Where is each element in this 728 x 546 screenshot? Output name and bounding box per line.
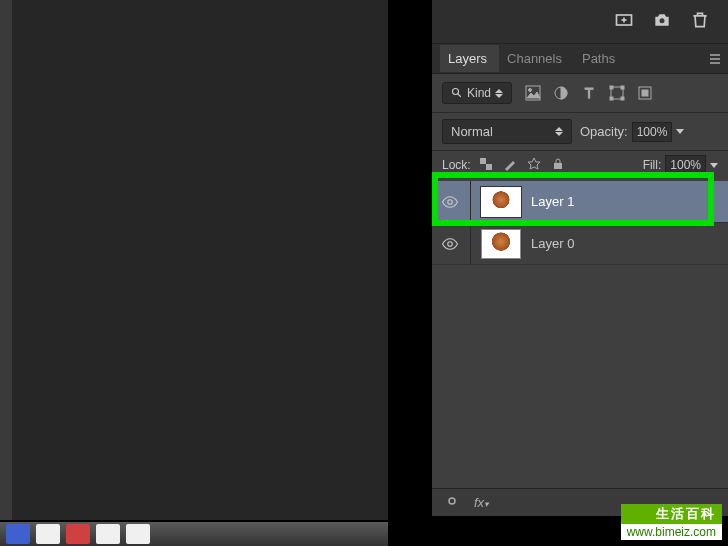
panel-toolbar	[432, 0, 728, 44]
filter-adjustment-icon[interactable]	[552, 84, 570, 102]
divider	[470, 181, 471, 223]
link-layers-icon[interactable]	[444, 493, 460, 512]
blend-row: Normal Opacity: 100%	[432, 113, 728, 151]
layer-row-layer0[interactable]: Layer 0	[432, 223, 728, 265]
trash-icon[interactable]	[690, 10, 710, 33]
os-taskbar	[0, 522, 388, 546]
svg-rect-19	[554, 163, 562, 169]
fill-label: Fill:	[643, 158, 662, 172]
opacity-group: Opacity: 100%	[580, 122, 684, 142]
tab-paths[interactable]: Paths	[574, 45, 627, 72]
svg-text:T: T	[585, 85, 594, 101]
filter-pixel-icon[interactable]	[524, 84, 542, 102]
svg-rect-12	[621, 86, 624, 89]
taskbar-app-icon[interactable]	[6, 524, 30, 544]
filter-smartobject-icon[interactable]	[636, 84, 654, 102]
kind-filter-dropdown[interactable]: Kind	[442, 82, 512, 104]
visibility-icon[interactable]	[440, 235, 460, 253]
lock-position-icon[interactable]	[527, 157, 541, 174]
fill-value[interactable]: 100%	[665, 155, 706, 175]
filter-row: Kind T	[432, 74, 728, 113]
taskbar-app-icon[interactable]	[126, 524, 150, 544]
visibility-icon[interactable]	[440, 193, 460, 211]
lock-all-icon[interactable]	[551, 157, 565, 174]
layer-thumbnail[interactable]	[481, 187, 521, 217]
new-adjustment-icon[interactable]	[614, 10, 634, 33]
watermark-title: 生活百科	[621, 504, 722, 524]
blend-mode-value: Normal	[451, 124, 493, 139]
svg-point-20	[448, 199, 453, 204]
taskbar-app-icon[interactable]	[36, 524, 60, 544]
chevron-down-icon[interactable]	[676, 129, 684, 134]
svg-point-21	[448, 241, 453, 246]
updown-icon	[555, 127, 563, 136]
svg-line-5	[458, 94, 461, 97]
filter-type-icon[interactable]: T	[580, 84, 598, 102]
lock-pixels-icon[interactable]	[503, 157, 517, 174]
camera-icon[interactable]	[652, 10, 672, 33]
svg-rect-16	[642, 90, 648, 96]
filter-type-icons: T	[524, 84, 654, 102]
panel-tabs: Layers Channels Paths	[432, 44, 728, 74]
updown-icon	[495, 89, 503, 98]
taskbar-app-icon[interactable]	[96, 524, 120, 544]
lock-transparent-icon[interactable]	[479, 157, 493, 174]
taskbar-app-icon[interactable]	[66, 524, 90, 544]
svg-point-7	[529, 89, 532, 92]
filter-shape-icon[interactable]	[608, 84, 626, 102]
lock-icons	[479, 157, 565, 174]
chevron-down-icon[interactable]	[710, 163, 718, 168]
watermark: 生活百科 www.bimeiz.com	[621, 504, 722, 540]
fx-icon[interactable]: fx▾	[474, 495, 489, 510]
tab-channels[interactable]: Channels	[499, 45, 574, 72]
layer-list: Layer 1 Layer 0	[432, 181, 728, 265]
svg-point-3	[660, 18, 665, 23]
fill-group: Fill: 100%	[643, 155, 718, 175]
blend-mode-dropdown[interactable]: Normal	[442, 119, 572, 144]
svg-rect-18	[486, 164, 492, 170]
layer-thumbnail[interactable]	[481, 229, 521, 259]
tab-layers[interactable]: Layers	[440, 45, 499, 72]
panel-gap	[388, 0, 432, 546]
layer-name-label[interactable]: Layer 0	[531, 236, 574, 251]
panel-menu-icon[interactable]	[708, 52, 722, 69]
layer-name-label[interactable]: Layer 1	[531, 194, 574, 209]
opacity-label: Opacity:	[580, 124, 628, 139]
canvas-area[interactable]	[0, 0, 388, 520]
svg-rect-17	[480, 158, 486, 164]
kind-filter-label: Kind	[467, 86, 491, 100]
layer-row-layer1[interactable]: Layer 1	[432, 181, 728, 223]
lock-label: Lock:	[442, 158, 471, 172]
divider	[470, 223, 471, 265]
svg-rect-13	[610, 97, 613, 100]
svg-rect-14	[621, 97, 624, 100]
lock-row: Lock: Fill: 100%	[432, 151, 728, 181]
svg-point-4	[453, 89, 459, 95]
layers-panel: Layers Channels Paths Kind T Normal Opac…	[432, 0, 728, 516]
svg-rect-11	[610, 86, 613, 89]
watermark-url: www.bimeiz.com	[621, 524, 722, 540]
opacity-value[interactable]: 100%	[632, 122, 673, 142]
